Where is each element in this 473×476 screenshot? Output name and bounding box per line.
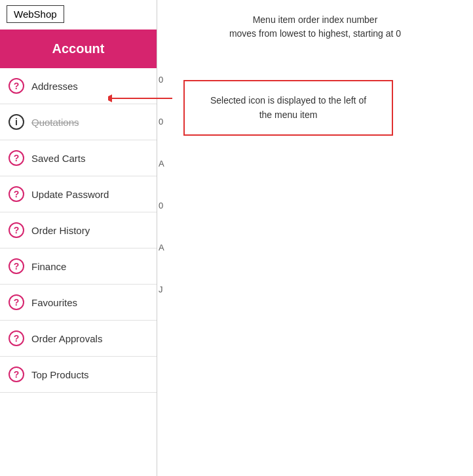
- description-text: Menu item order index numbermoves from l…: [170, 13, 460, 41]
- menu-item-saved-carts[interactable]: ? Saved Carts: [0, 140, 157, 176]
- menu-label-order-approvals: Order Approvals: [31, 333, 102, 344]
- menu-item-order-approvals[interactable]: ? Order Approvals: [0, 321, 157, 357]
- index-1: 0: [159, 101, 164, 143]
- svg-text:?: ?: [14, 333, 20, 344]
- webshop-button[interactable]: WebShop: [7, 5, 64, 23]
- info-icon: i: [8, 113, 25, 130]
- question-icon: ?: [8, 149, 25, 167]
- svg-text:?: ?: [14, 153, 20, 163]
- index-5: J: [159, 269, 164, 311]
- menu-label-finance: Finance: [31, 261, 66, 272]
- menu-item-favourites[interactable]: ? Favourites: [0, 285, 157, 321]
- menu-item-quotations[interactable]: i Quotations: [0, 104, 157, 140]
- svg-text:?: ?: [14, 261, 20, 271]
- sidebar: WebShop Account ? Addresses i Quotations…: [0, 0, 157, 476]
- index-3: 0: [159, 185, 164, 227]
- svg-text:?: ?: [14, 81, 20, 91]
- main-content: 0 0 A 0 A J Menu item order index number…: [157, 0, 473, 476]
- svg-text:?: ?: [14, 369, 20, 380]
- menu-label-update-password: Update Password: [31, 189, 109, 200]
- account-header: Account: [0, 30, 157, 68]
- menu-item-finance[interactable]: ? Finance: [0, 248, 157, 285]
- menu-label-order-history: Order History: [31, 225, 90, 236]
- index-2: A: [159, 143, 164, 185]
- question-icon: ?: [8, 258, 25, 275]
- svg-text:?: ?: [14, 297, 20, 307]
- menu-label-top-products: Top Products: [31, 369, 89, 380]
- svg-text:?: ?: [14, 225, 20, 235]
- menu-label-favourites: Favourites: [31, 297, 77, 308]
- info-section: Selected icon is displayed to the left o…: [170, 80, 460, 136]
- svg-text:?: ?: [14, 189, 20, 199]
- question-icon: ?: [8, 330, 25, 347]
- menu-list: ? Addresses i Quotations ? Saved Carts ?…: [0, 68, 157, 393]
- svg-text:i: i: [15, 117, 18, 127]
- index-4: A: [159, 227, 164, 269]
- arrow-indicator: [108, 92, 174, 105]
- menu-label-quotations: Quotations: [31, 117, 79, 128]
- menu-item-update-password[interactable]: ? Update Password: [0, 176, 157, 212]
- menu-item-top-products[interactable]: ? Top Products: [0, 357, 157, 393]
- menu-label-saved-carts: Saved Carts: [31, 153, 86, 164]
- question-icon: ?: [8, 77, 25, 94]
- question-icon: ?: [8, 294, 25, 311]
- info-box-text: Selected icon is displayed to the left o…: [210, 95, 366, 120]
- arrow-svg: [108, 92, 174, 105]
- question-icon: ?: [8, 222, 25, 239]
- menu-item-order-history[interactable]: ? Order History: [0, 212, 157, 248]
- question-icon: ?: [8, 366, 25, 383]
- menu-label-addresses: Addresses: [31, 81, 78, 92]
- question-icon: ?: [8, 186, 25, 203]
- info-box: Selected icon is displayed to the left o…: [183, 80, 393, 136]
